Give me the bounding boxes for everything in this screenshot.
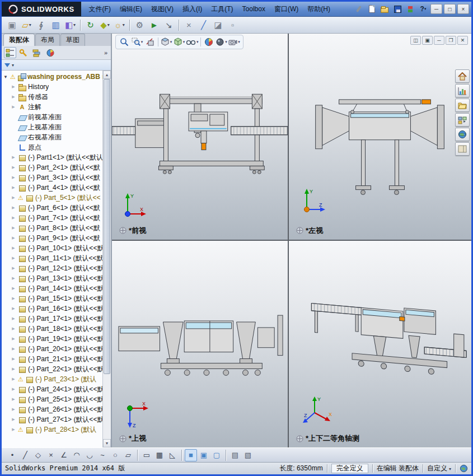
expand-arrow-icon[interactable]: ▶ [11,165,16,170]
tree-item[interactable]: ▶(-) Part_6<1> (默认<<默 [2,203,102,213]
move-button[interactable]: ► [147,18,161,32]
tree-item[interactable]: ▶⚠(-) Part_23<1> (默认 [2,374,102,384]
tree-item[interactable]: ▶History [2,82,102,92]
configuration-manager-tab[interactable] [31,47,43,58]
tree-item[interactable]: ▶传感器 [2,92,102,102]
measure-button[interactable]: ╱ [196,18,210,32]
section-view-button[interactable] [144,36,156,48]
doc-minimize-button[interactable]: ─ [434,36,444,45]
evaluate-button[interactable] [455,84,470,97]
rebuild-button[interactable]: ↻ [83,18,97,32]
tree-item[interactable]: ▶(-) Part_13<1> (默认<<默 [2,273,102,283]
menu-item[interactable]: 视图(V) [147,2,178,16]
pin-icon[interactable] [353,4,364,14]
panel-tab[interactable]: 草图 [60,34,85,46]
tree-item[interactable]: ▶(-) Part_10<1> (默认<<默 [2,243,102,253]
apply-scene-button[interactable]: ▾ [216,36,228,48]
open-button[interactable] [379,4,390,14]
insert-component-button[interactable]: ◆▾ [98,18,112,32]
tree-item[interactable]: ▶(-) Part_19<1> (默认<<默 [2,334,102,344]
tree-item[interactable]: ▶(-) Part_4<1> (默认<<默 [2,183,102,193]
shaded-edges-button[interactable]: ▣ [198,449,210,461]
tree-item[interactable]: 上视基准面 [2,122,102,132]
polygon-button[interactable]: ◇ [32,449,44,461]
tree-item[interactable]: ▶(-) Part_27<1> (默认<<默 [2,414,102,424]
explode-button[interactable]: ▫ [226,18,240,32]
tree-item[interactable]: ▶(-) Part_20<1> (默认<<默 [2,344,102,354]
tree-item[interactable]: ▶(-) Part_26<1> (默认<<默 [2,404,102,414]
expand-arrow-icon[interactable]: ▶ [11,397,16,402]
new-document-button[interactable] [366,4,377,14]
tree-item[interactable]: ▶(-) Part_17<1> (默认<<默 [2,314,102,324]
arc-button[interactable]: ◠ [71,449,83,461]
help-button[interactable]: ?▾ [418,4,429,14]
rect-button[interactable]: ▭ [141,449,153,461]
pane-split-left-button[interactable]: ◫ [410,36,421,45]
doc-restore-button[interactable]: ❐ [446,36,456,45]
menu-item[interactable]: 帮助(H) [303,2,335,16]
custom-dropdown[interactable]: 自定义▾ [427,464,451,473]
tree-item[interactable]: ▶(-) Part_12<1> (默认<<默 [2,263,102,273]
expand-arrow-icon[interactable]: ▶ [11,85,16,89]
appearance-button[interactable]: ☼▾ [113,18,127,32]
expand-arrow-icon[interactable]: ▶ [11,296,16,301]
tree-item[interactable]: ▶(-) Part_14<1> (默认<<默 [2,283,102,293]
display-style-button[interactable]: ▾ [173,36,185,48]
tree-item[interactable]: ▶(-) Part_15<1> (默认<<默 [2,293,102,304]
tree-item[interactable]: ▶(-) Part_11<1> (默认<<默 [2,253,102,263]
tree-item[interactable]: ▶(-) Part_2<1> (默认<<默 [2,162,102,172]
grid-button[interactable]: ▦ [153,449,166,461]
hlv-button[interactable]: ▧ [242,449,254,461]
panel-tab[interactable]: 装配体 [3,34,35,46]
expand-arrow-icon[interactable]: ▶ [11,367,16,371]
menu-item[interactable]: 工具(T) [207,2,237,16]
para-button[interactable]: ▱ [122,449,134,461]
tree-item[interactable]: ▶⚠(-) Part_5<1> (默认<< [2,193,102,203]
viewport-pane-isometric[interactable]: Y X Z *上下二等角轴测 [289,241,471,448]
view-orientation-button[interactable]: ▾ [160,36,172,48]
expand-arrow-icon[interactable]: ▶ [11,326,16,331]
expand-arrow-icon[interactable]: ▶ [11,256,16,260]
tri-button[interactable]: ◺ [166,449,179,461]
expand-arrow-icon[interactable]: ▶ [11,377,16,381]
home-button[interactable] [455,69,470,83]
property-manager-tab[interactable] [17,47,30,58]
menu-item[interactable]: 文件(F) [85,2,115,16]
tree-filter-bar[interactable]: ▾ [2,60,111,71]
angle-button[interactable]: ∠ [58,449,70,461]
point-button[interactable]: • [6,449,18,461]
expand-arrow-icon[interactable]: ▶ [11,427,16,432]
expand-arrow-icon[interactable]: ▶ [11,347,16,351]
expand-arrow-icon[interactable]: ▶ [11,216,16,220]
expand-arrow-icon[interactable]: ▶ [11,337,16,341]
tree-item[interactable]: ▶(-) Part1<1> (默认<<默认 [2,152,102,162]
expand-arrow-icon[interactable]: ▶ [11,195,16,200]
shaded-button[interactable]: ■ [185,449,197,461]
smart-button[interactable]: ↘ [162,18,176,32]
tree-item[interactable]: ▶(-) Part_9<1> (默认<<默 [2,233,102,243]
menu-item[interactable]: 编辑(E) [115,2,147,16]
section-button[interactable]: ◪ [211,18,225,32]
expand-arrow-icon[interactable]: ▶ [11,417,16,422]
pane-split-right-button[interactable]: ▣ [422,36,433,45]
tree-item[interactable]: ▶(-) Part_18<1> (默认<<默 [2,324,102,334]
expand-arrow-icon[interactable]: ▶ [11,226,16,230]
expand-arrow-icon[interactable]: ▶ [11,246,16,250]
hlr-button[interactable]: ▤ [229,449,241,461]
panel-overflow-chevron[interactable]: » [104,49,109,56]
tree-root-item[interactable]: ▼⚠washing process_ABB rob [2,72,102,82]
viewport-pane-front[interactable]: Y X *前视 [112,34,289,241]
expand-arrow-icon[interactable]: ▶ [11,185,16,190]
tree-item[interactable]: ▶(-) Part_25<1> (默认<<默 [2,394,102,404]
viewport-pane-top[interactable]: X Z *上视 [112,241,289,448]
scrollbar-track[interactable] [103,79,111,439]
tree-item[interactable]: ▶(-) Part_16<1> (默认<<默 [2,304,102,314]
task-pane-button[interactable] [455,142,470,156]
menu-item[interactable]: 插入(I) [178,2,207,16]
viewport-pane-left[interactable]: Y Z *左视 [289,34,471,241]
expand-arrow-icon[interactable]: ▶ [11,95,16,99]
expand-arrow-icon[interactable]: ▶ [11,236,16,240]
hide-show-items-button[interactable]: ▾ [186,36,199,48]
tree-item[interactable]: ▶(-) Part_21<1> (默认<<默 [2,354,102,364]
file-explorer-button[interactable] [455,99,470,112]
